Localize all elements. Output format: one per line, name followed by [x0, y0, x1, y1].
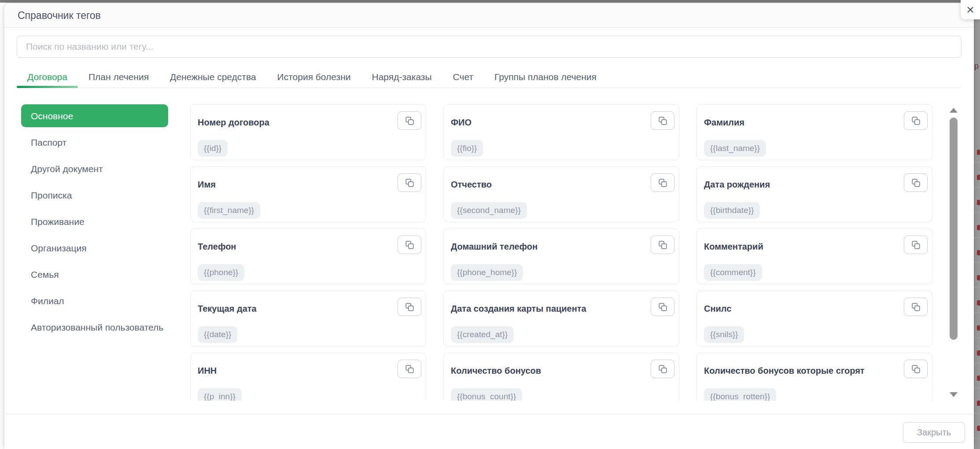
sidebar-item[interactable]: Проживание: [21, 210, 168, 233]
copy-icon: [912, 303, 920, 311]
tag-card-title: Номер договора: [198, 118, 391, 128]
tag-card: ИНН {{p_inn}}: [190, 353, 426, 401]
sidebar-item-label: Филиал: [31, 294, 64, 308]
scrollbar-thumb[interactable]: [950, 118, 958, 340]
tag-chip: {{p_inn}}: [198, 388, 242, 401]
sidebar-item-label: Прописка: [31, 188, 72, 202]
background-row-line: [974, 313, 980, 313]
sidebar-item-label: Семья: [31, 268, 59, 281]
tab-item[interactable]: История болезни: [267, 66, 361, 88]
close-button[interactable]: Закрыть: [903, 422, 965, 443]
background-row-line: [974, 162, 980, 162]
tag-card: Снилс {{snils}}: [696, 291, 932, 346]
search-input[interactable]: [17, 36, 962, 58]
tab-label: Счет: [453, 72, 473, 82]
background-row-line: [974, 187, 980, 188]
copy-button[interactable]: [398, 111, 421, 130]
copy-button[interactable]: [904, 173, 928, 192]
sidebar-item[interactable]: Прописка: [21, 184, 168, 206]
tag-chip: {{first_name}}: [198, 202, 260, 219]
sidebar-item[interactable]: Филиал: [21, 289, 168, 312]
tab-item[interactable]: Денежные средства: [159, 66, 267, 88]
scrollbar-up-arrow-icon[interactable]: [950, 108, 958, 113]
tab-item[interactable]: Наряд-заказы: [361, 66, 442, 88]
background-red-mark: [977, 250, 980, 255]
scrollbar: [932, 104, 962, 401]
modal-main: Основное Паспорт Другой документ Прописк…: [17, 104, 962, 401]
modal-header: Справочник тегов: [4, 4, 974, 28]
sidebar-item[interactable]: Основное: [21, 104, 168, 127]
tag-card-title: Имя: [198, 180, 391, 190]
copy-button[interactable]: [651, 111, 674, 130]
sidebar-item[interactable]: Авторизованный пользователь: [21, 316, 168, 339]
copy-button[interactable]: [398, 173, 421, 192]
copy-button[interactable]: [398, 360, 421, 378]
copy-icon: [405, 179, 414, 187]
tag-card: Телефон {{phone}}: [190, 228, 426, 284]
tag-chip: {{id}}: [198, 140, 228, 157]
tag-chip: {{bonus_count}}: [451, 388, 522, 401]
sidebar-item[interactable]: Паспорт: [21, 131, 168, 154]
tag-chip: {{phone_home}}: [451, 264, 523, 281]
copy-button[interactable]: [651, 173, 674, 192]
copy-button[interactable]: [398, 298, 421, 316]
background-red-mark: [977, 401, 980, 406]
copy-button[interactable]: [904, 111, 928, 130]
scrollbar-down-arrow-icon[interactable]: [950, 392, 958, 397]
background-red-mark: [977, 350, 980, 356]
copy-icon: [659, 365, 667, 373]
tab-item[interactable]: План лечения: [78, 66, 159, 88]
copy-button[interactable]: [904, 298, 928, 316]
copy-icon: [912, 365, 920, 373]
modal-body: Договора План лечения Денежные средства …: [4, 28, 974, 401]
copy-button[interactable]: [904, 360, 928, 378]
copy-icon: [405, 365, 414, 373]
tab-label: План лечения: [88, 72, 149, 82]
copy-button[interactable]: [398, 236, 421, 254]
background-clipped-text: р: [974, 62, 979, 71]
modal-close-button[interactable]: ×: [961, 0, 980, 19]
tag-card-title: Количество бонусов которые сгорят: [704, 366, 897, 376]
tag-chip: {{snils}}: [704, 326, 744, 343]
copy-icon: [659, 303, 667, 311]
copy-button[interactable]: [651, 298, 674, 316]
background-row-line: [974, 413, 980, 413]
tab-item[interactable]: Договора: [17, 66, 78, 88]
tag-card: Количество бонусов которые сгорят {{bonu…: [696, 353, 932, 401]
background-row-line: [974, 287, 980, 288]
tag-card-title: ИНН: [198, 366, 391, 376]
background-red-mark: [977, 375, 980, 381]
copy-icon: [912, 179, 920, 187]
sidebar-item-label: Проживание: [31, 215, 85, 228]
copy-button[interactable]: [651, 360, 674, 378]
tag-card: Дата рождения {{birthdate}}: [696, 166, 932, 222]
tab-item[interactable]: Группы планов лечения: [484, 66, 607, 88]
tag-card: ФИО {{fio}}: [443, 104, 679, 160]
background-row-line: [974, 438, 980, 438]
modal-footer: Закрыть: [4, 414, 974, 443]
tag-card: Домашний телефон {{phone_home}}: [443, 228, 679, 284]
sidebar-item[interactable]: Другой документ: [21, 157, 168, 180]
background-red-mark: [977, 426, 980, 431]
sidebar-item[interactable]: Организация: [21, 236, 168, 259]
sidebar-item[interactable]: Семья: [21, 263, 168, 286]
tag-card: Текущая дата {{date}}: [190, 291, 426, 346]
tab-item[interactable]: Счет: [442, 66, 484, 88]
copy-icon: [912, 241, 920, 249]
copy-button[interactable]: [651, 236, 674, 254]
close-icon: ×: [966, 3, 974, 16]
background-red-mark: [977, 300, 980, 305]
sidebar-item-label: Авторизованный пользователь: [31, 320, 163, 334]
sidebar-item-label: Другой документ: [31, 162, 103, 176]
tag-card-title: Дата рождения: [704, 180, 897, 190]
copy-button[interactable]: [904, 236, 928, 254]
tag-card-title: Количество бонусов: [451, 366, 644, 376]
tabs-bar: Договора План лечения Денежные средства …: [17, 66, 962, 88]
tag-card: Дата создания карты пациента {{created_a…: [443, 291, 679, 346]
background-red-mark: [977, 200, 980, 205]
tag-card-title: Телефон: [198, 242, 391, 252]
tab-label: Договора: [27, 72, 67, 82]
background-row-line: [974, 237, 980, 238]
tag-chip: {{date}}: [198, 326, 237, 343]
tag-chip: {{fio}}: [451, 140, 483, 157]
